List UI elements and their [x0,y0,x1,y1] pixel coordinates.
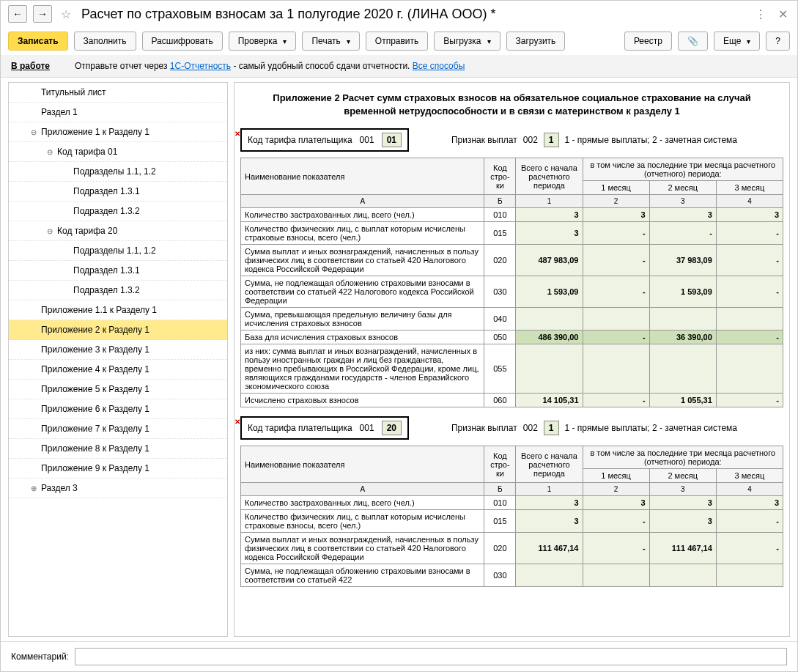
table-cell[interactable] [583,564,649,587]
table-row: Количество физических лиц, с выплат кото… [241,510,783,533]
table-cell[interactable]: 3 [583,496,649,510]
tariff-code-value[interactable]: 01 [382,133,402,147]
payment-sign-value-2[interactable]: 1 [544,421,559,435]
table-cell[interactable]: 1 593,09 [649,276,716,308]
tree-item[interactable]: ⊖Код тарифа 20 [9,221,227,241]
forward-button[interactable]: → [33,5,52,23]
tree-item[interactable]: Приложение 3 к Разделу 1 [9,340,227,360]
link-1c[interactable]: 1С-Отчетность [170,61,231,71]
tariff-code-value-2[interactable]: 20 [382,421,402,435]
table-cell[interactable]: 36 390,00 [649,331,716,344]
tree-item[interactable]: Приложение 2 к Разделу 1 [9,320,227,340]
table-cell[interactable]: - [583,276,649,308]
tree-item[interactable]: Приложение 5 к Разделу 1 [9,380,227,399]
table-cell[interactable] [516,344,583,394]
table-cell[interactable]: 3 [716,496,783,510]
check-button[interactable]: Проверка [229,32,297,51]
table-cell[interactable]: 3 [516,496,583,510]
tree-item[interactable]: Раздел 1 [9,103,227,122]
tree-item[interactable]: ⊖Приложение 1 к Разделу 1 [9,122,227,142]
table-cell[interactable]: - [716,276,783,308]
table-cell[interactable]: 3 [583,208,649,222]
delete-icon[interactable]: ✕ [234,130,240,138]
table-cell[interactable]: 3 [649,510,716,533]
table-cell[interactable]: 37 983,09 [649,245,716,276]
table-cell[interactable] [649,344,716,394]
status-label[interactable]: В работе [11,61,50,71]
load-button[interactable]: Загрузить [506,32,566,51]
print-button[interactable]: Печать [302,32,359,51]
send-button[interactable]: Отправить [366,32,429,51]
table-cell[interactable] [649,564,716,587]
table-row: из них: сумма выплат и иных вознагражден… [241,344,783,394]
tree-item[interactable]: Приложение 8 к Разделу 1 [9,439,227,459]
export-button[interactable]: Выгрузка [434,32,500,51]
table-cell[interactable]: 1 055,31 [649,394,716,407]
table-cell[interactable] [716,308,783,331]
fill-button[interactable]: Заполнить [74,32,136,51]
table-cell[interactable]: - [583,510,649,533]
table-cell[interactable]: - [716,331,783,344]
tree-item[interactable]: Подраздел 1.3.1 [9,261,227,281]
table-cell[interactable]: - [583,222,649,245]
close-icon[interactable]: ✕ [775,7,790,21]
tree-item[interactable]: Подраздел 1.3.1 [9,182,227,202]
table-cell[interactable]: - [716,394,783,407]
table-cell[interactable]: 3 [716,208,783,222]
table-cell[interactable]: 3 [649,496,716,510]
decode-button[interactable]: Расшифровать [142,32,223,51]
tree-item[interactable]: Подразделы 1.1, 1.2 [9,241,227,261]
table-cell[interactable]: - [649,222,716,245]
tree-item[interactable]: Подраздел 1.3.2 [9,281,227,300]
table-cell[interactable]: 14 105,31 [516,394,583,407]
comment-input[interactable] [75,648,787,665]
tree-item[interactable]: Титульный лист [9,83,227,103]
tree-item[interactable]: ⊖Код тарифа 01 [9,142,227,162]
table-cell[interactable]: - [716,533,783,564]
delete-icon[interactable]: ✕ [234,418,240,426]
attach-button[interactable]: 📎 [678,32,708,51]
payment-sign-value[interactable]: 1 [544,133,559,147]
registry-button[interactable]: Реестр [624,32,672,51]
table-cell[interactable]: 3 [516,208,583,222]
table-cell[interactable] [583,308,649,331]
table-cell[interactable]: 486 390,00 [516,331,583,344]
tree-item[interactable]: Приложение 6 к Разделу 1 [9,399,227,419]
table-cell[interactable] [716,564,783,587]
tree-item[interactable]: Приложение 9 к Разделу 1 [9,459,227,479]
tree-item[interactable]: ⊕Раздел 3 [9,479,227,498]
back-button[interactable]: ← [8,5,27,23]
table-cell[interactable]: - [583,394,649,407]
table-row: Количество застрахованных лиц, всего (че… [241,496,783,510]
tree-item[interactable]: Приложение 7 к Разделу 1 [9,419,227,439]
menu-icon[interactable]: ⋮ [753,7,768,21]
tree-item[interactable]: Подразделы 1.1, 1.2 [9,162,227,182]
table-cell[interactable]: - [583,245,649,276]
table-cell[interactable]: 3 [516,510,583,533]
table-row: Сумма, не подлежащая обложению страховым… [241,564,783,587]
table-cell[interactable] [516,564,583,587]
tree-item[interactable]: Приложение 4 к Разделу 1 [9,360,227,380]
table-cell[interactable]: - [716,510,783,533]
table-cell[interactable]: 487 983,09 [516,245,583,276]
table-cell[interactable]: 111 467,14 [649,533,716,564]
table-cell[interactable]: 111 467,14 [516,533,583,564]
table-cell[interactable]: 3 [649,208,716,222]
table-cell[interactable]: 3 [516,222,583,245]
save-button[interactable]: Записать [8,32,68,51]
tree-item[interactable]: Подраздел 1.3.2 [9,202,227,221]
table-cell[interactable]: - [583,331,649,344]
link-all-ways[interactable]: Все способы [413,61,465,71]
tree-item[interactable]: Приложение 1.1 к Разделу 1 [9,300,227,320]
table-cell[interactable] [516,308,583,331]
table-cell[interactable]: - [583,533,649,564]
favorite-icon[interactable]: ☆ [61,7,71,21]
table-cell[interactable] [649,308,716,331]
help-button[interactable]: ? [766,32,790,51]
more-button[interactable]: Еще [714,32,760,51]
table-cell[interactable] [583,344,649,394]
table-cell[interactable]: - [716,222,783,245]
table-cell[interactable] [716,344,783,394]
table-cell[interactable]: 1 593,09 [516,276,583,308]
table-cell[interactable]: - [716,245,783,276]
